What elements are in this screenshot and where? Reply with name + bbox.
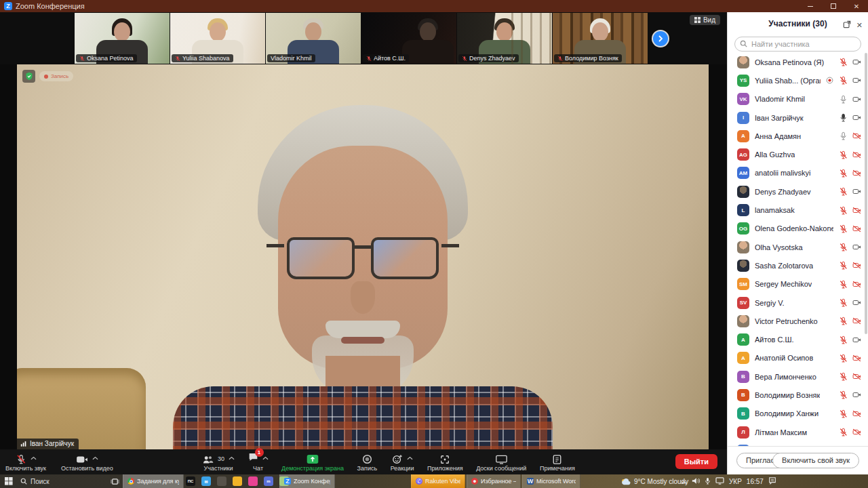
language-indicator[interactable]: УКР <box>729 478 742 485</box>
participant-row[interactable]: Victor Petruchenko <box>728 312 868 330</box>
leave-meeting-button[interactable]: Выйти <box>675 454 717 469</box>
participant-row[interactable]: AGAlla Guzhva <box>728 145 868 163</box>
participant-row[interactable]: AManatolii malivskyi <box>728 164 868 182</box>
zoom-taskbar-button[interactable]: Z Zoom Конференция <box>279 474 335 488</box>
participant-camera-status <box>852 76 861 85</box>
host-recording-icon <box>826 77 833 84</box>
taskbar-search[interactable]: Поиск <box>20 474 50 488</box>
participant-row[interactable]: YSYuliia Shab... (Организатор) <box>728 71 868 89</box>
reactions-button[interactable]: Реакции <box>391 449 414 474</box>
search-participant-input[interactable] <box>734 37 861 52</box>
video-options-caret[interactable] <box>92 451 98 463</box>
thumbnail-name-label: Denys Zhadyaev <box>458 54 519 62</box>
participant-row[interactable]: BВолодимир Возняк <box>728 386 868 404</box>
share-screen-button[interactable]: Демонстрация экрана <box>281 449 344 474</box>
video-thumbnail[interactable]: Vladomir Khmil <box>266 13 361 64</box>
participant-name: Sasha Zolotarova <box>755 262 813 270</box>
apps-button[interactable]: Приложения <box>427 449 463 474</box>
unmute-self-button[interactable]: Включить свой звук <box>772 453 859 468</box>
mail-icon[interactable]: ✉ <box>201 476 211 486</box>
participant-mic-status <box>839 169 848 178</box>
participant-row[interactable]: AАйтов С.Ш. <box>728 330 868 348</box>
viber-taskbar-button[interactable]: ✆ Rakuten Viber <box>411 474 465 488</box>
unmute-button[interactable]: Включить звук <box>5 449 46 474</box>
stop-video-button[interactable]: Остановить видео <box>61 449 113 474</box>
word-taskbar-button[interactable]: W Microsoft Word Doc... <box>522 474 580 488</box>
mic-muted-icon <box>839 372 848 381</box>
video-thumbnail[interactable]: Yuliia Shabanova <box>170 13 265 64</box>
mic-on-icon <box>839 131 848 140</box>
pink-cube-icon[interactable] <box>248 476 258 486</box>
tray-mic-icon[interactable] <box>705 475 711 487</box>
volume-icon[interactable] <box>692 475 700 487</box>
participant-row[interactable]: AАнна Адамян <box>728 127 868 145</box>
participant-row[interactable]: Llanamaksak <box>728 201 868 219</box>
participant-name: Vladomir Khmil <box>755 95 805 103</box>
close-panel-icon[interactable]: ✕ <box>856 21 863 30</box>
weather-widget[interactable]: 9°C Mostly cloudy <box>621 474 688 488</box>
mic-options-caret[interactable] <box>31 451 37 463</box>
video-thumbnail[interactable]: Володимир Возняк <box>553 13 648 64</box>
participant-name: Анатолій Осипов <box>755 354 813 362</box>
participant-row[interactable]: AАнатолій Осипов <box>728 349 868 367</box>
participants-caret[interactable] <box>229 451 235 463</box>
chat-button[interactable]: 1 Чат <box>248 449 269 474</box>
popout-panel-icon[interactable] <box>843 19 851 31</box>
participants-panel: Участники (30) ✕ Oksana Petinova (Я) YSY… <box>727 12 868 474</box>
video-thumbnail[interactable]: Oksana Petinova <box>75 13 170 64</box>
participant-row[interactable]: Oksana Petinova (Я) <box>728 53 868 71</box>
participant-name: Yuliia Shab... (Организатор) <box>755 77 821 85</box>
video-thumbnail[interactable]: Denys Zhadyaev <box>457 13 552 64</box>
close-button[interactable]: ✕ <box>845 0 868 12</box>
notes-button[interactable]: Примечания <box>540 449 575 474</box>
participants-button[interactable]: 30 Участники <box>202 449 235 474</box>
m-circle-icon[interactable]: m <box>264 476 273 486</box>
task-view-button[interactable] <box>111 474 119 488</box>
camera-on-icon <box>852 336 861 344</box>
chrome-taskbar-button[interactable]: Задания для курса "... <box>123 474 184 488</box>
reactions-caret[interactable] <box>407 451 413 463</box>
participant-row[interactable]: Olha Vysotska <box>728 238 868 256</box>
thumbnail-name-label: Володимир Возняк <box>554 54 622 62</box>
participant-row[interactable]: Denys Zhadyaev <box>728 182 868 201</box>
video-thumbnail[interactable]: Айтов С.Ш. <box>361 13 456 64</box>
explorer-icon[interactable] <box>233 476 242 486</box>
grid-view-icon <box>694 17 701 23</box>
pen-app-icon[interactable] <box>217 476 226 486</box>
panel-scrollbar[interactable] <box>865 53 867 334</box>
camera-off-icon <box>852 428 861 436</box>
view-button[interactable]: Вид <box>690 15 720 25</box>
whiteboard-button[interactable]: Доски сообщений <box>476 449 526 474</box>
avatar: AG <box>737 148 749 161</box>
participant-row[interactable]: Sasha Zolotarova <box>728 256 868 274</box>
start-button[interactable] <box>5 474 13 488</box>
participant-row[interactable]: VKVladomir Khmil <box>728 90 868 108</box>
favorites-taskbar-button[interactable]: ● Избранное – (499) <box>467 474 521 488</box>
display-icon[interactable] <box>715 475 724 487</box>
participant-row[interactable]: SMSergey Mechikov <box>728 275 868 293</box>
participant-row[interactable]: ЛЛітман Максим <box>728 423 868 441</box>
mic-muted-icon <box>557 56 563 62</box>
minimize-button[interactable] <box>799 0 822 12</box>
mic-muted-icon <box>366 56 372 62</box>
participant-row[interactable]: SVSergiy V. <box>728 293 868 312</box>
clock[interactable]: 16:57 <box>747 478 764 485</box>
action-center-icon[interactable] <box>768 475 776 487</box>
hidden-icons-caret[interactable] <box>681 475 687 487</box>
titlebar: Z Zoom Конференция ✕ <box>0 0 868 12</box>
dark-app-icon[interactable]: ПС <box>186 476 195 486</box>
mic-muted-icon <box>839 280 848 289</box>
participant-row[interactable]: OGOlena Godenko-Nakonechna <box>728 220 868 238</box>
participant-row[interactable]: BВолодимир Ханжи <box>728 405 868 423</box>
participant-row[interactable]: BВера Лимонченко <box>728 367 868 386</box>
next-videos-button[interactable] <box>653 31 668 46</box>
participant-name: Айтов С.Ш. <box>755 336 794 344</box>
participant-camera-status <box>852 243 861 251</box>
security-shield-icon[interactable] <box>22 70 35 83</box>
main-video-stage: Запись Іван Загрійчук <box>0 64 727 449</box>
record-button[interactable]: Запись <box>357 449 378 474</box>
speaker-portrait <box>92 64 634 449</box>
maximize-button[interactable] <box>822 0 845 12</box>
participant-row[interactable]: HНаталія Михайлівна Бойченко <box>728 441 868 446</box>
participant-row[interactable]: IІван Загрійчук <box>728 108 868 127</box>
